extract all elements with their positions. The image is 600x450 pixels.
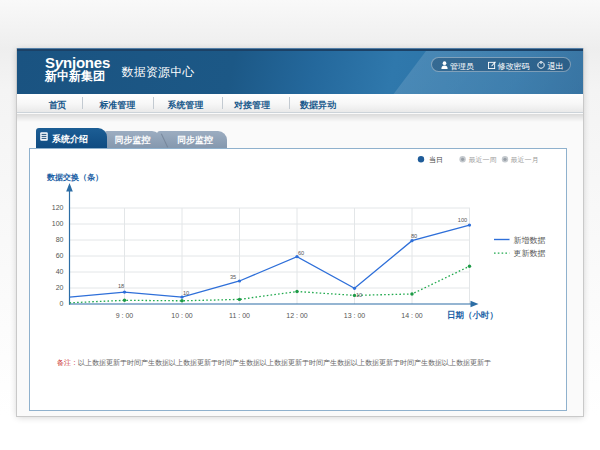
svg-text:最近一周: 最近一周 bbox=[469, 156, 497, 163]
svg-text:0: 0 bbox=[60, 299, 64, 306]
svg-text:10: 10 bbox=[183, 290, 189, 296]
svg-text:更新数据: 更新数据 bbox=[514, 249, 546, 258]
svg-text:12 : 00: 12 : 00 bbox=[286, 312, 308, 319]
svg-text:60: 60 bbox=[56, 251, 64, 258]
svg-text:数据交换（条）: 数据交换（条） bbox=[46, 173, 103, 182]
svg-text:10: 10 bbox=[356, 291, 362, 297]
svg-text:备注：以上数据更新于时间产生数据以上数据更新于时间产生数据以: 备注：以上数据更新于时间产生数据以上数据更新于时间产生数据以上数据更新于时间产生… bbox=[57, 358, 491, 367]
svg-text:100: 100 bbox=[458, 217, 467, 223]
svg-text:最近一月: 最近一月 bbox=[511, 156, 539, 164]
svg-text:20: 20 bbox=[56, 283, 64, 290]
svg-text:日期（小时）: 日期（小时） bbox=[447, 309, 498, 319]
svg-text:35: 35 bbox=[230, 274, 236, 280]
svg-text:60: 60 bbox=[298, 250, 304, 256]
svg-text:100: 100 bbox=[52, 219, 64, 226]
svg-text:80: 80 bbox=[56, 235, 64, 242]
svg-text:11 : 00: 11 : 00 bbox=[229, 312, 250, 319]
svg-text:当日: 当日 bbox=[429, 156, 443, 164]
svg-text:13 : 00: 13 : 00 bbox=[344, 312, 366, 319]
svg-text:18: 18 bbox=[118, 282, 124, 288]
svg-text:120: 120 bbox=[52, 203, 64, 210]
svg-text:80: 80 bbox=[411, 233, 417, 239]
svg-text:9 : 00: 9 : 00 bbox=[116, 312, 134, 319]
svg-text:新增数据: 新增数据 bbox=[514, 235, 546, 244]
svg-text:40: 40 bbox=[56, 267, 64, 274]
svg-text:14 : 00: 14 : 00 bbox=[401, 312, 423, 319]
svg-text:10 : 00: 10 : 00 bbox=[171, 312, 193, 319]
